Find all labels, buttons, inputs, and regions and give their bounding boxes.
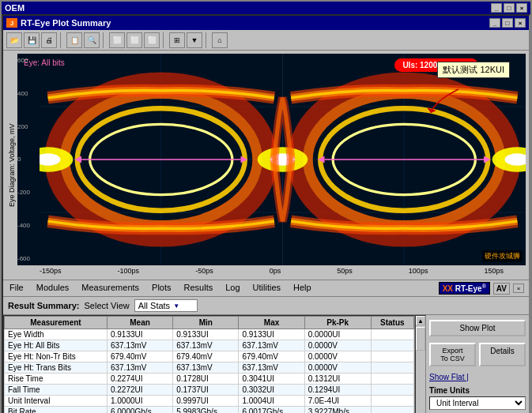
details-button[interactable]: Details xyxy=(479,343,526,366)
table-body: Eye Width0.9133UI0.9133UI0.9133UI0.0000U… xyxy=(5,329,414,413)
export-details-row: Export To CSV Details xyxy=(429,341,526,368)
oem-maximize-btn[interactable]: □ xyxy=(504,3,515,13)
rteye-titlebar: J RT-Eye Plot Summary _ □ × xyxy=(3,16,529,30)
table-cell-7-5 xyxy=(371,407,413,413)
col-pkpk: Pk-Pk xyxy=(304,317,371,329)
time-units-label: Time Units xyxy=(429,386,526,395)
y-tick-n200: -200 xyxy=(17,189,40,196)
x-tick-n50: -50ps xyxy=(195,267,213,275)
show-flat-button[interactable]: Show Flat | xyxy=(429,373,469,381)
table-cell-4-0: Rise Time xyxy=(5,374,108,385)
rteye-maximize-btn[interactable]: □ xyxy=(502,18,513,28)
table-row: Unit Interval1.0000UI0.9997UI1.0004UI7.0… xyxy=(5,396,414,407)
table-cell-3-3: 637.13mV xyxy=(239,362,304,374)
x-tick-100: 100ps xyxy=(409,267,428,275)
plot-canvas: 600 400 200 0 -200 -400 -600 xyxy=(17,54,526,265)
toolbar-btn-save[interactable]: 💾 xyxy=(24,32,40,48)
table-cell-7-4: 3.9227Mb/s xyxy=(304,407,371,413)
toolbar-btn-d[interactable]: ⊞ xyxy=(169,32,185,48)
export-csv-button[interactable]: Export To CSV xyxy=(429,343,476,366)
table-cell-2-1: 679.40mV xyxy=(107,351,172,362)
toolbar-btn-a[interactable]: ⬜ xyxy=(109,32,125,48)
menu-file[interactable]: File xyxy=(8,282,25,295)
table-cell-0-2: 0.9133UI xyxy=(173,329,239,340)
toolbar-btn-antenna[interactable]: ⌂ xyxy=(212,32,228,48)
table-cell-6-4: 7.0E-4UI xyxy=(304,396,371,407)
table-cell-2-0: Eye Ht: Non-Tr Bits xyxy=(5,351,108,362)
table-row: Bit Rate6.0000Gb/s5.9983Gb/s6.0017Gb/s3.… xyxy=(5,407,414,413)
table-cell-6-0: Unit Interval xyxy=(5,396,108,407)
y-tick-n400: -400 xyxy=(17,222,40,229)
table-header-row: Measurement Mean Min Max Pk-Pk Status xyxy=(5,317,414,329)
all-stats-dropdown[interactable]: All Stats ▼ xyxy=(134,299,198,312)
table-row: Fall Time0.2272UI0.1737UI0.3032UI0.1294U… xyxy=(5,385,414,396)
time-units-dropdown[interactable]: Unit Interval ps ns xyxy=(429,396,526,410)
table-cell-3-4: 0.0000V xyxy=(304,362,371,374)
toolbar-sep-4 xyxy=(206,32,209,48)
x-tick-50: 50ps xyxy=(337,267,353,275)
rteye-logo: XX RT-Eye® xyxy=(439,282,490,295)
table-cell-1-3: 637.13mV xyxy=(239,340,304,351)
table-cell-5-2: 0.1737UI xyxy=(173,385,239,396)
plot-area: 600 400 200 0 -200 -400 -600 xyxy=(17,54,526,276)
toolbar-btn-new[interactable]: 📂 xyxy=(6,32,22,48)
oem-titlebar: OEM _ □ × xyxy=(2,2,530,14)
table-cell-5-5 xyxy=(371,385,413,396)
menu-results[interactable]: Results xyxy=(183,282,215,295)
toolbar-sep-3 xyxy=(163,32,166,48)
table-cell-0-5 xyxy=(371,329,413,340)
menu-help[interactable]: Help xyxy=(292,282,313,295)
menu-plots[interactable]: Plots xyxy=(150,282,172,295)
oem-close-btn[interactable]: × xyxy=(516,3,527,13)
table-cell-1-0: Eye Ht: All Bits xyxy=(5,340,108,351)
toolbar-btn-print[interactable]: 🖨 xyxy=(41,32,57,48)
y-tick-400: 400 xyxy=(17,90,40,97)
table-cell-0-0: Eye Width xyxy=(5,329,108,340)
time-units-section: Time Units Unit Interval ps ns xyxy=(429,386,526,410)
y-tick-n600: -600 xyxy=(17,255,40,262)
rteye-close-btn[interactable]: × xyxy=(515,18,526,28)
toolbar-btn-b[interactable]: ⬜ xyxy=(126,32,142,48)
table-cell-2-5 xyxy=(371,351,413,362)
results-table: Measurement Mean Min Max Pk-Pk Status Ey… xyxy=(4,316,414,413)
y-tick-0: 0 xyxy=(17,156,40,163)
menu-modules[interactable]: Modules xyxy=(35,282,71,295)
rteye-minimize-btn[interactable]: _ xyxy=(489,18,500,28)
y-axis-label: Eye Diagram: Voltage, mV xyxy=(6,54,17,276)
col-mean: Mean xyxy=(107,317,172,329)
rteye-title: RT-Eye Plot Summary xyxy=(21,18,111,28)
table-cell-1-1: 637.13mV xyxy=(107,340,172,351)
toolbar-btn-c[interactable]: ⬜ xyxy=(144,32,160,48)
table-cell-6-1: 1.0000UI xyxy=(107,396,172,407)
table-cell-0-3: 0.9133UI xyxy=(239,329,304,340)
col-min: Min xyxy=(173,317,239,329)
y-tick-600: 600 xyxy=(17,57,40,64)
show-plot-button[interactable]: Show Plot xyxy=(429,320,526,336)
scroll-thumb[interactable] xyxy=(416,327,425,351)
right-panel: Show Plot Export To CSV Details Show Fla… xyxy=(426,315,529,413)
oem-minimize-btn[interactable]: _ xyxy=(491,3,502,13)
all-stats-label: All Stats xyxy=(138,301,170,310)
toolbar-btn-zoom[interactable]: 🔍 xyxy=(84,32,100,48)
table-cell-7-2: 5.9983Gb/s xyxy=(173,407,239,413)
table-cell-1-2: 637.13mV xyxy=(173,340,239,351)
x-tick-150: 150ps xyxy=(484,267,504,275)
toolbar-sep-1 xyxy=(60,32,63,48)
table-cell-7-1: 6.0000Gb/s xyxy=(107,407,172,413)
menu-utilities[interactable]: Utilities xyxy=(251,282,282,295)
toolbar-btn-copy[interactable]: 📋 xyxy=(66,32,82,48)
panel-close-btn[interactable]: × xyxy=(513,283,524,293)
menu-measurements[interactable]: Measurements xyxy=(80,282,141,295)
menu-log[interactable]: Log xyxy=(224,282,241,295)
table-cell-3-0: Eye Ht: Trans Bits xyxy=(5,362,108,374)
toolbar-btn-e[interactable]: ▼ xyxy=(187,32,202,48)
table-row: Eye Ht: Trans Bits637.13mV637.13mV637.13… xyxy=(5,362,414,374)
table-scrollbar[interactable]: ▲ ▼ xyxy=(415,315,426,413)
toolbar-sep-2 xyxy=(103,32,106,48)
col-max: Max xyxy=(239,317,304,329)
table-cell-4-5 xyxy=(371,374,413,385)
rteye-titlebar-left: J RT-Eye Plot Summary xyxy=(6,18,111,28)
col-status: Status xyxy=(371,317,413,329)
scroll-up-btn[interactable]: ▲ xyxy=(416,316,425,325)
table-cell-6-5 xyxy=(371,396,413,407)
